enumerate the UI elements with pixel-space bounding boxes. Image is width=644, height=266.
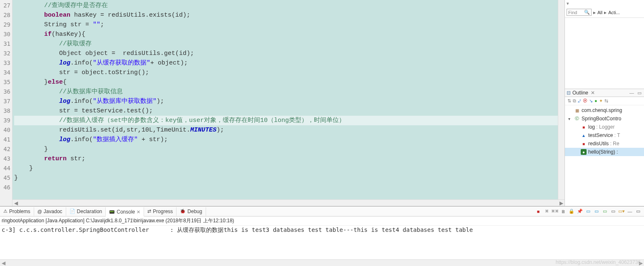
code-line[interactable]: } [14, 164, 564, 173]
outline-view-header: ⊟ Outline ✕ ― ▭ [565, 89, 644, 97]
editor-scrollbar-vertical[interactable] [558, 0, 564, 199]
az-icon[interactable]: ₐᶻ [578, 98, 581, 104]
code-line[interactable]: //数据插入缓存（set中的参数含义：key值，user对象，缓存存在时间10（… [14, 116, 564, 125]
code-line[interactable]: log.info("从缓存获取的数据"+ object); [14, 58, 564, 68]
tab-label: Console [117, 209, 135, 215]
line-number: 46 [0, 183, 12, 192]
code-content[interactable]: //查询缓存中是否存在 boolean hasKey = redisUtils.… [12, 0, 564, 206]
chevron-down-icon[interactable]: ▾ [568, 117, 572, 121]
class-label: SpringBootContro [582, 116, 621, 122]
code-line[interactable]: redisUtils.set(id,str,10L,TimeUnit.MINUT… [14, 125, 564, 135]
package-icon: ▦ [574, 107, 580, 113]
bottom-tab-bar: ⚠Problems@Javadoc📄Declaration📟Console✕⇄P… [0, 206, 644, 216]
minimize-icon[interactable]: ― [629, 90, 635, 95]
line-number: 32 [0, 49, 12, 58]
breadcrumb-activate[interactable]: Acti... [608, 10, 620, 15]
code-line[interactable]: if(hasKey){ [14, 30, 564, 39]
outline-member[interactable]: ▲testService : T [565, 131, 644, 139]
progress-icon: ⇄ [147, 209, 151, 214]
code-line[interactable]: return str; [14, 154, 564, 164]
console-launch-label: ringbootApplication [Java Application] C… [0, 216, 644, 226]
pin-console-icon[interactable]: 📌 [577, 208, 583, 215]
code-line[interactable]: String str = ""; [14, 20, 564, 30]
code-line[interactable]: log.info("数据插入缓存" + str); [14, 135, 564, 144]
display-selected-icon[interactable]: ▭ [585, 208, 592, 215]
line-number: 29 [0, 20, 12, 30]
code-line[interactable] [14, 183, 564, 192]
sort-icon[interactable]: ⇅ [567, 98, 571, 104]
outline-tree[interactable]: ▦ com.chenqi.spring ▾ Ⓒ SpringBootContro… [565, 105, 644, 157]
declaration-icon: 📄 [70, 209, 75, 214]
field-icon: ■ [581, 124, 587, 130]
close-icon[interactable]: ✕ [137, 209, 140, 215]
console-output[interactable]: c-3] c.c.s.controller.SpringBootControll… [0, 226, 644, 235]
tab-progress[interactable]: ⇄Progress [144, 207, 177, 216]
tab-javadoc[interactable]: @Javadoc [34, 207, 66, 216]
outline-member[interactable]: ■redisUtils : Re [565, 139, 644, 148]
code-line[interactable]: }else{ [14, 77, 564, 87]
line-number: 38 [0, 106, 12, 116]
code-line[interactable]: //从数据库中获取信息 [14, 87, 564, 97]
filter-icon[interactable]: ⧉ [573, 98, 576, 104]
terminate-icon[interactable]: ■ [535, 208, 542, 215]
outline-member[interactable]: ●hello(String) : [565, 148, 644, 156]
code-line[interactable]: str = testService.test(); [14, 106, 564, 116]
code-line[interactable]: //获取缓存 [14, 39, 564, 49]
outline-package[interactable]: ▦ com.chenqi.spring [565, 106, 644, 114]
outline-member[interactable]: ■log : Logger [565, 123, 644, 131]
tab-label: Debug [187, 209, 202, 214]
tab-console[interactable]: 📟Console✕ [106, 207, 144, 216]
breadcrumb-all[interactable]: All [597, 10, 602, 15]
line-number: 40 [0, 125, 12, 135]
search-icon[interactable]: 🔍 [584, 10, 590, 15]
editor-scrollbar-horizontal[interactable]: ◀ ▶ [12, 199, 564, 206]
scroll-lock-icon[interactable]: 🔒 [568, 208, 575, 215]
tab-problems[interactable]: ⚠Problems [0, 207, 34, 216]
line-number: 43 [0, 154, 12, 164]
code-line[interactable]: } [14, 173, 564, 183]
outline-class[interactable]: ▾ Ⓒ SpringBootContro [565, 114, 644, 123]
console-toolbar: ■ ✖ ✖✖ 🗎 🔒 📌 ▭ ▭ ▭ ▭ ▭▾ ― ▭ [535, 208, 644, 215]
remove-launch-icon[interactable]: ✖ [543, 208, 550, 215]
tab-label: Progress [153, 209, 173, 214]
debug-icon: 🐞 [180, 209, 186, 214]
field-icon: ▲ [581, 132, 587, 138]
maximize-icon[interactable]: ▭ [637, 90, 642, 96]
close-icon[interactable]: ✕ [591, 90, 595, 96]
console-dropdown-icon[interactable]: ▭▾ [618, 208, 625, 215]
code-editor[interactable]: 2728293031323334353637383940414243444546… [0, 0, 565, 206]
maximize-icon[interactable]: ▭ [635, 208, 642, 215]
minimize-icon[interactable]: ― [627, 208, 633, 215]
link-editor-icon[interactable]: ⇆ [604, 98, 608, 104]
member-label: log : Logger [588, 124, 614, 130]
scroll-left-icon[interactable]: ◀ [12, 200, 19, 206]
tab-declaration[interactable]: 📄Declaration [66, 207, 106, 216]
hide-local-icon[interactable]: ✦ [599, 98, 603, 104]
scroll-right-icon[interactable]: ▶ [558, 200, 564, 206]
hide-fields-icon[interactable]: ⦿ [583, 98, 587, 104]
code-line[interactable]: Object object = redisUtils.get(id); [14, 49, 564, 58]
code-line[interactable]: log.info("从数据库中获取数据"); [14, 97, 564, 106]
method-icon: ● [581, 149, 587, 155]
new-console-icon[interactable]: ▭ [602, 208, 608, 215]
bottom-panel: ⚠Problems@Javadoc📄Declaration📟Console✕⇄P… [0, 206, 644, 266]
remove-all-icon[interactable]: ✖✖ [552, 208, 558, 215]
class-icon: Ⓒ [574, 116, 580, 122]
hide-nonpublic-icon[interactable]: ● [594, 98, 597, 104]
open-console-icon[interactable]: ▭ [593, 208, 600, 215]
tab-label: Declaration [77, 209, 102, 214]
code-line[interactable]: } [14, 144, 564, 154]
tab-debug[interactable]: 🐞Debug [177, 207, 206, 216]
code-line[interactable]: str = object.toString(); [14, 68, 564, 77]
show-console-icon[interactable]: ▭ [610, 208, 617, 215]
clear-console-icon[interactable]: 🗎 [560, 208, 567, 215]
code-line[interactable]: //查询缓存中是否存在 [14, 1, 564, 10]
breadcrumb-separator-icon: ▸ [593, 10, 596, 15]
find-input[interactable]: Find 🔍 [567, 9, 592, 16]
dropdown-icon[interactable]: ▾ [567, 1, 569, 6]
code-line[interactable]: boolean hasKey = redisUtils.exists(id); [14, 10, 564, 20]
breadcrumb-separator-icon: ▸ [604, 10, 607, 15]
line-number: 39 [0, 116, 12, 125]
hide-static-icon[interactable]: ↘ [589, 98, 593, 104]
line-number: 42 [0, 144, 12, 154]
